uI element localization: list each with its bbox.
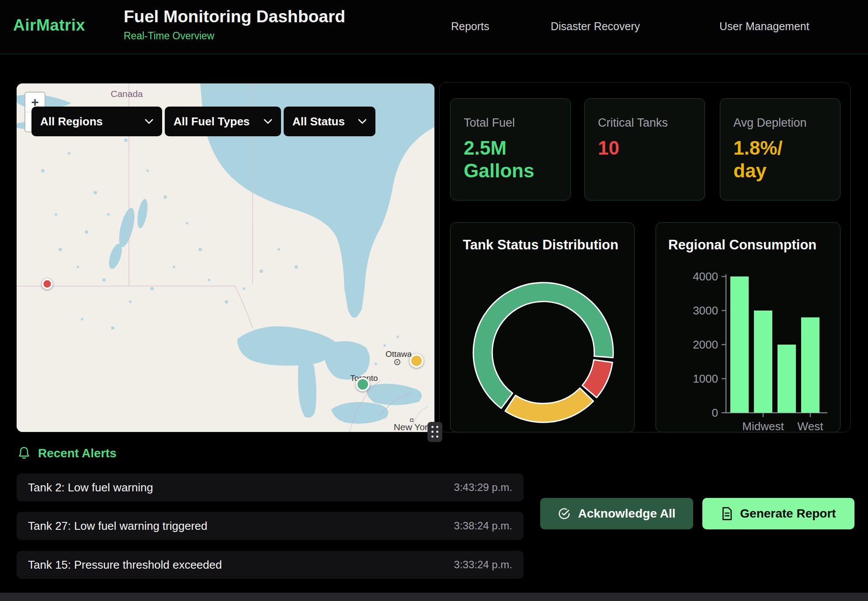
header: AirMatrix Fuel Monitoring Dashboard Real… [0,0,868,54]
bar [754,311,772,413]
alert-row[interactable]: Tank 2: Low fuel warning 3:43:29 p.m. [17,473,524,501]
y-tick-label: 1000 [693,372,718,385]
document-icon [721,507,733,521]
generate-report-button[interactable]: Generate Report [702,498,854,529]
map-label-canada: Canada [111,89,143,99]
acknowledge-all-label: Acknowledge All [578,507,675,521]
alert-timestamp: 3:43:29 p.m. [454,481,512,494]
fuel-tanks-map[interactable]: Canada Ottawa Toronto New York + − All R… [17,83,434,432]
stat-label: Critical Tanks [598,116,691,130]
chevron-down-icon [264,119,272,124]
stat-value: 10 [598,137,666,159]
stat-card-avg-depletion: Avg Depletion 1.8%/ day [720,98,840,200]
footer-strip [0,593,868,601]
tank-marker-warning[interactable] [410,354,424,368]
stat-card-total-fuel: Total Fuel 2.5M Gallons [450,98,571,200]
y-tick-label: 3000 [693,304,718,317]
tank-status-chart-card: Tank Status Distribution [450,222,635,432]
alert-message: Tank 15: Pressure threshold exceeded [28,558,222,572]
stat-card-critical-tanks: Critical Tanks 10 [584,98,705,200]
donut-segment-yellow-segment [505,388,594,422]
status-dropdown-value: All Status [292,115,345,128]
alert-row[interactable]: Tank 15: Pressure threshold exceeded 3:3… [17,551,524,579]
map-filter-bar: All Regions All Fuel Types All Status [31,107,375,136]
chevron-down-icon [358,119,367,124]
regions-dropdown-value: All Regions [40,115,103,128]
page-subtitle: Real-Time Overview [124,30,345,42]
bell-icon [17,446,31,460]
bar [801,318,819,413]
stat-value: 2.5M Gallons [464,137,531,182]
tank-status-donut-chart [451,223,635,432]
alert-row[interactable]: Tank 27: Low fuel warning triggered 3:38… [17,512,524,540]
bar [778,345,796,413]
alerts-header: Recent Alerts [17,446,116,460]
alert-timestamp: 3:38:24 p.m. [454,520,512,532]
town-dot-ottawa-center [396,361,398,363]
y-tick-label: 4000 [693,270,718,283]
bar [730,276,749,413]
alerts-title: Recent Alerts [38,446,116,460]
fuel-types-dropdown-value: All Fuel Types [174,115,250,128]
chart-title: Regional Consumption [668,237,816,253]
map-label-new-york: New York [394,422,433,432]
stat-label: Total Fuel [464,116,557,130]
tank-marker-critical[interactable] [42,279,53,290]
title-block: Fuel Monitoring Dashboard Real-Time Over… [124,7,345,42]
stat-value: 1.8%/ day [733,137,801,182]
alert-message: Tank 27: Low fuel warning triggered [28,519,207,533]
nav-user-management[interactable]: User Management [719,20,809,33]
tank-marker-normal[interactable] [356,377,370,391]
fuel-monitoring-dashboard: AirMatrix Fuel Monitoring Dashboard Real… [0,0,868,601]
brand-logo: AirMatrix [13,16,85,35]
map-label-ottawa: Ottawa [385,349,412,359]
x-tick-label: Midwest [742,420,784,432]
nav-reports[interactable]: Reports [451,20,490,33]
x-tick-label: West [798,420,824,432]
alert-timestamp: 3:33:24 p.m. [454,559,512,571]
nav-disaster-recovery[interactable]: Disaster Recovery [551,20,640,33]
alert-message: Tank 2: Low fuel warning [28,481,153,494]
chevron-down-icon [145,119,153,124]
regional-consumption-bar-chart: 01000200030004000MidwestWest [656,223,840,432]
page-title: Fuel Monitoring Dashboard [124,7,345,26]
donut-segment-red-segment [582,360,612,398]
fuel-types-dropdown[interactable]: All Fuel Types [165,107,281,136]
map-resize-handle[interactable] [427,422,442,442]
y-tick-label: 2000 [693,338,718,351]
stat-label: Avg Depletion [733,116,827,130]
y-tick-label: 0 [712,406,718,419]
generate-report-label: Generate Report [740,507,836,521]
status-dropdown[interactable]: All Status [284,107,375,136]
chart-title: Tank Status Distribution [463,237,618,253]
acknowledge-all-button[interactable]: Acknowledge All [540,498,693,529]
check-circle-icon [558,507,571,520]
regions-dropdown[interactable]: All Regions [31,107,162,136]
regional-consumption-chart-card: Regional Consumption 01000200030004000Mi… [656,222,840,432]
